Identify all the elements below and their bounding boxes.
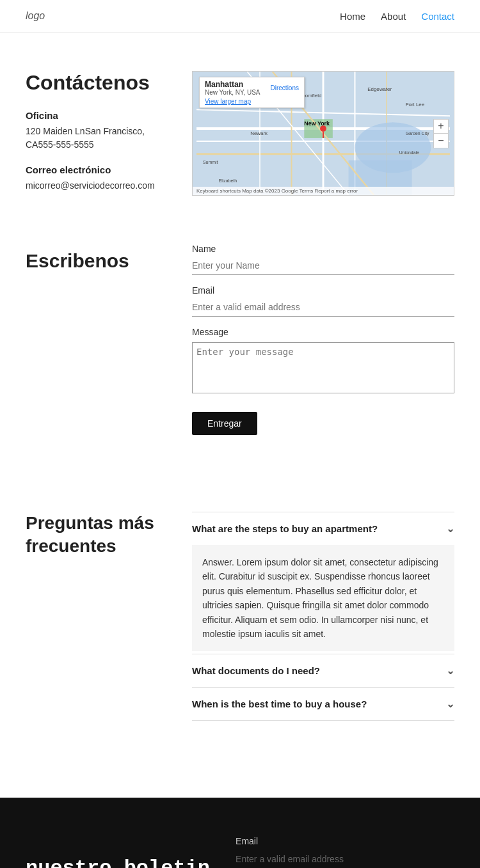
faq-title: Preguntas más frecuentes (26, 512, 166, 558)
form-submit-button[interactable]: Entregar (192, 412, 257, 435)
name-group: Name (192, 244, 454, 275)
message-input[interactable] (192, 342, 454, 393)
faq-section: Preguntas más frecuentes What are the st… (0, 473, 480, 759)
email-group: Email (192, 285, 454, 317)
map-location: New York, NY, USA (205, 89, 260, 96)
newsletter-email-label: Email (236, 836, 454, 846)
contact-email: micorreo@serviciodecorreo.com (26, 179, 166, 193)
form-col: Name Email Message Entregar (192, 244, 454, 435)
message-group: Message (192, 327, 454, 395)
newsletter-title: nuestro boletin (26, 856, 210, 868)
faq-item-0: What are the steps to buy an apartment? … (192, 512, 454, 651)
email-input[interactable] (192, 298, 454, 317)
name-input[interactable] (192, 256, 454, 275)
logo: logo (26, 10, 45, 22)
faq-question-0[interactable]: What are the steps to buy an apartment? … (192, 512, 454, 545)
map-container: Livingston Bloomfield Edgewater Fort Lee… (192, 71, 454, 205)
svg-text:Garden City: Garden City (406, 131, 429, 136)
email-label: Correo electrónico (26, 164, 166, 175)
contact-info: Contáctenos Oficina 120 Maiden LnSan Fra… (26, 71, 166, 205)
svg-text:Newark: Newark (250, 130, 268, 136)
faq-item-2: When is the best time to buy a house? ⌄ (192, 687, 454, 721)
email-label: Email (192, 285, 454, 296)
nav-about[interactable]: About (381, 11, 406, 22)
message-label: Message (192, 327, 454, 337)
svg-text:Summit: Summit (203, 160, 218, 164)
map-zoom-controls: + − (433, 119, 449, 148)
nav-links: Home About Contact (340, 11, 454, 22)
faq-col: What are the steps to buy an apartment? … (192, 512, 454, 721)
newsletter-section: nuestro boletin Email Entregar (0, 798, 480, 868)
map-label: Manhattan New York, NY, USA Directions V… (199, 77, 305, 108)
newsletter-form: Email Entregar (236, 836, 454, 868)
faq-question-label-1: What documents do I need? (192, 665, 320, 676)
map-directions[interactable]: Directions (271, 84, 299, 91)
map: Livingston Bloomfield Edgewater Fort Lee… (192, 71, 454, 196)
map-city: Manhattan (205, 80, 260, 89)
faq-question-2[interactable]: When is the best time to buy a house? ⌄ (192, 688, 454, 720)
svg-text:Uniondale: Uniondale (399, 150, 419, 155)
map-zoom-in[interactable]: + (434, 120, 448, 134)
nav-home[interactable]: Home (340, 11, 365, 22)
contact-section: Contáctenos Oficina 120 Maiden LnSan Fra… (0, 33, 480, 231)
name-label: Name (192, 244, 454, 254)
map-view-larger[interactable]: View larger map (205, 98, 299, 105)
form-section: Escribenos Name Email Message Entregar (0, 231, 480, 473)
faq-answer-0: Answer. Lorem ipsum dolor sit amet, cons… (192, 545, 454, 651)
faq-question-1[interactable]: What documents do I need? ⌄ (192, 654, 454, 687)
office-label: Oficina (26, 110, 166, 121)
svg-point-25 (320, 125, 326, 132)
svg-text:New York: New York (304, 120, 330, 127)
nav-contact[interactable]: Contact (421, 11, 454, 22)
svg-text:Edgewater: Edgewater (367, 86, 392, 92)
map-footer: Keyboard shortcuts Map data ©2023 Google… (193, 187, 454, 195)
newsletter-email-input[interactable] (236, 850, 454, 868)
navbar: logo Home About Contact (0, 0, 480, 33)
faq-item-1: What documents do I need? ⌄ (192, 654, 454, 687)
map-zoom-out[interactable]: − (434, 134, 448, 148)
svg-text:Fort Lee: Fort Lee (406, 102, 425, 107)
faq-question-label-2: When is the best time to buy a house? (192, 698, 367, 709)
office-address: 120 Maiden LnSan Francisco, CA555-555-55… (26, 125, 166, 152)
form-title: Escribenos (26, 250, 166, 272)
chevron-down-icon-1: ⌄ (446, 665, 454, 677)
chevron-down-icon-2: ⌄ (446, 698, 454, 710)
svg-text:Elizabeth: Elizabeth (219, 178, 237, 183)
contact-title: Contáctenos (26, 71, 166, 95)
form-title-col: Escribenos (26, 244, 166, 435)
chevron-down-icon-0: ⌄ (446, 523, 454, 535)
faq-question-label-0: What are the steps to buy an apartment? (192, 523, 378, 534)
faq-title-col: Preguntas más frecuentes (26, 512, 166, 721)
